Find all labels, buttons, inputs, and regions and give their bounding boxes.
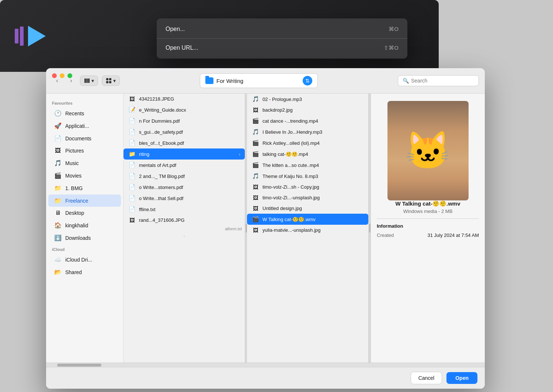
sidebar-item-icloud-drive[interactable]: ☁️ iCloud Dri... bbox=[48, 253, 121, 266]
sidebar-item-bmg[interactable]: 📁 1. BMG bbox=[48, 182, 121, 194]
column-resize-handle-1[interactable] bbox=[245, 94, 247, 363]
file-icon: 🎵 bbox=[251, 129, 260, 135]
file-icon: 📄 bbox=[128, 140, 136, 146]
sidebar-item-applications[interactable]: 🚀 Applicati... bbox=[48, 120, 121, 132]
file-name: n For Dummies.pdf bbox=[139, 118, 240, 124]
maximize-button[interactable] bbox=[67, 73, 72, 78]
sidebar-item-freelance-label: Freelance bbox=[65, 198, 88, 204]
folder-icon: 📁 bbox=[128, 151, 136, 157]
column1-expand-arrow[interactable]: › bbox=[184, 234, 185, 238]
open-button[interactable]: Open bbox=[446, 372, 477, 384]
sidebar-item-documents[interactable]: 📄 Documents bbox=[48, 132, 121, 144]
file-icon: 📄 bbox=[128, 118, 136, 124]
list-item[interactable]: 📝 e_Writing_Guide.docx bbox=[124, 104, 245, 115]
sidebar-item-kingkhalid[interactable]: 🏠 kingkhalid bbox=[48, 219, 121, 231]
grid-view-button[interactable]: ▾ bbox=[102, 76, 120, 86]
list-item[interactable]: 📄 ffline.txt bbox=[124, 204, 245, 215]
column-view-button[interactable]: ▾ bbox=[80, 76, 98, 86]
list-item[interactable]: 📄 bles_of...t_Ebook.pdf bbox=[124, 137, 245, 148]
list-item[interactable]: 🖼 timo-volz-Zl...-unsplash.jpg bbox=[247, 192, 368, 203]
sidebar-item-recents-label: Recents bbox=[65, 111, 84, 116]
list-item[interactable]: 📄 mentals of Art.pdf bbox=[124, 160, 245, 171]
minimize-button[interactable] bbox=[60, 73, 65, 78]
arrow-icon: › bbox=[239, 151, 240, 157]
sidebar-item-music-label: Music bbox=[65, 160, 79, 166]
sidebar-item-freelance[interactable]: 📁 Freelance bbox=[48, 195, 121, 207]
location-expand-button[interactable]: ⇅ bbox=[303, 76, 312, 85]
list-item[interactable]: 📄 2 and..._ TM Blog.pdf bbox=[124, 171, 245, 182]
list-item[interactable]: 🖼 rand...4_371606.JPG bbox=[124, 215, 245, 225]
sidebar-item-documents-label: Documents bbox=[65, 136, 91, 141]
file-icon: 🖼 bbox=[128, 217, 136, 223]
preview-info-label: Created bbox=[377, 232, 394, 238]
shared-icon: 📂 bbox=[54, 269, 62, 276]
list-item[interactable]: 🎵 02 - Prologue.mp3 bbox=[247, 94, 368, 105]
resize-grip-2 bbox=[369, 224, 370, 232]
close-button[interactable] bbox=[52, 73, 57, 78]
sidebar-item-movies[interactable]: 🎬 Movies bbox=[48, 169, 121, 182]
sidebar-item-downloads[interactable]: ⬇️ Downloads bbox=[48, 232, 121, 244]
file-name: yulia-matvie...-unsplash.jpg bbox=[262, 227, 364, 233]
scrollbar-thumb[interactable] bbox=[57, 364, 101, 367]
column-view-icon bbox=[84, 78, 90, 84]
file-icon: 📄 bbox=[128, 206, 136, 213]
preview-subtitle: Windows media - 2 MB bbox=[403, 209, 453, 214]
list-item[interactable]: 📄 n For Dummies.pdf bbox=[124, 115, 245, 126]
list-item[interactable]: 🎵 I Believe In Jo...Hendry.mp3 bbox=[247, 126, 368, 137]
sidebar-item-desktop[interactable]: 🖥 Desktop bbox=[48, 207, 121, 219]
list-item[interactable]: 📄 o Write...stomers.pdf bbox=[124, 182, 245, 193]
list-item[interactable]: 📄 s_gui...de_safety.pdf bbox=[124, 126, 245, 137]
file-icon: 🖼 bbox=[251, 227, 260, 233]
file-name: s_gui...de_safety.pdf bbox=[139, 129, 240, 135]
kingkhalid-icon: 🏠 bbox=[54, 222, 62, 229]
file-dialog: ‹ › ▾ ▾ For Writing bbox=[46, 68, 485, 389]
location-label: For Writing bbox=[216, 78, 243, 84]
pause-bar-2 bbox=[20, 27, 24, 46]
file-icon: 📄 bbox=[128, 173, 136, 179]
downloads-icon: ⬇️ bbox=[54, 234, 62, 241]
sidebar-item-pictures-label: Pictures bbox=[65, 148, 84, 154]
search-input[interactable] bbox=[411, 78, 470, 84]
pause-bar-1 bbox=[15, 29, 18, 43]
file-name: riting bbox=[139, 151, 236, 157]
file-name: backdrop2.jpg bbox=[262, 107, 364, 113]
list-item[interactable]: 🎬 cat dance -...trending.mp4 bbox=[247, 115, 368, 126]
menu-item-open-url[interactable]: Open URL... ⇧⌘O bbox=[157, 40, 407, 56]
cancel-button[interactable]: Cancel bbox=[411, 372, 442, 384]
list-item[interactable]: 🎬 talking cat-🤨🤨.mp4 bbox=[247, 148, 368, 160]
sidebar-item-shared[interactable]: 📂 Shared bbox=[48, 266, 121, 278]
list-item[interactable]: 🖼 yulia-matvie...-unsplash.jpg bbox=[247, 225, 368, 235]
column-view-arrow: ▾ bbox=[91, 78, 94, 84]
list-item[interactable]: 🖼 Untitled design.jpg bbox=[247, 203, 368, 214]
list-item-wmv-selected[interactable]: 🎬 W Talking cat-🤨🤨.wmv bbox=[247, 214, 368, 225]
list-item[interactable]: 🖼 43421218.JPEG bbox=[124, 94, 245, 104]
menu-open-url-label: Open URL... bbox=[166, 45, 198, 51]
menu-item-open[interactable]: Open... ⌘O bbox=[157, 21, 407, 37]
sidebar-item-pictures[interactable]: 🖼 Pictures bbox=[48, 145, 121, 157]
list-item-writing-folder[interactable]: 📁 riting › bbox=[124, 148, 245, 160]
location-pill[interactable]: For Writing ⇅ bbox=[200, 73, 318, 88]
file-name: bles_of...t_Ebook.pdf bbox=[139, 140, 240, 146]
sidebar-item-music[interactable]: 🎵 Music bbox=[48, 157, 121, 169]
file-icon: 📄 bbox=[128, 129, 136, 135]
file-icon: 🎬 bbox=[251, 118, 260, 124]
file-icon: 📝 bbox=[128, 106, 136, 113]
list-item[interactable]: 🎬 Rick Astley...olled (lol).mp4 bbox=[247, 137, 368, 148]
column-resize-handle-2[interactable] bbox=[369, 94, 371, 363]
movies-icon: 🎬 bbox=[54, 172, 62, 179]
sidebar-item-recents[interactable]: 🕐 Recents bbox=[48, 107, 121, 119]
applications-icon: 🚀 bbox=[54, 122, 62, 129]
file-name: Untitled design.jpg bbox=[262, 206, 364, 211]
svg-rect-5 bbox=[106, 81, 108, 83]
sidebar-item-icloud-label: iCloud Dri... bbox=[65, 257, 92, 263]
list-item[interactable]: 🎵 Theme of Kaiju No. 8.mp3 bbox=[247, 171, 368, 182]
list-item[interactable]: 🖼 backdrop2.jpg bbox=[247, 105, 368, 115]
list-item[interactable]: 🖼 timo-volz-Zl...sh - Copy.jpg bbox=[247, 182, 368, 192]
list-item[interactable]: 📄 o Write...that Sell.pdf bbox=[124, 193, 245, 204]
location-bar: For Writing ⇅ bbox=[124, 73, 394, 88]
list-item[interactable]: 🎬 The kitten a...so cute..mp4 bbox=[247, 160, 368, 171]
search-bar[interactable]: 🔍 bbox=[398, 75, 479, 86]
file-icon: 📄 bbox=[128, 195, 136, 202]
recents-icon: 🕐 bbox=[54, 110, 62, 117]
horizontal-scrollbar[interactable] bbox=[46, 363, 485, 367]
